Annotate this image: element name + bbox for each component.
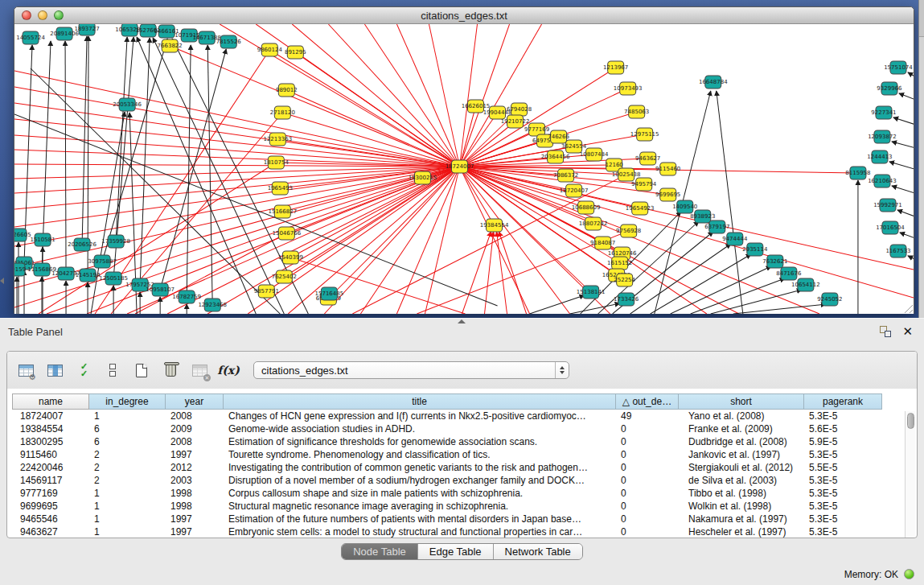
network-node[interactable]: 9756928 (616, 225, 641, 237)
network-node[interactable]: 19654923 (626, 202, 655, 215)
network-node[interactable]: 10688609 (572, 201, 601, 214)
network-node[interactable]: 17359928 (101, 235, 130, 248)
network-node[interactable]: 1810754 (264, 156, 290, 169)
network-node[interactable]: 10807484 (580, 148, 609, 161)
network-node[interactable]: 252254 (614, 274, 635, 286)
network-node[interactable]: 2935114 (742, 243, 768, 256)
network-node[interactable]: 9115460 (655, 163, 680, 175)
network-node[interactable]: 39159 (14, 263, 26, 276)
table-row[interactable]: 1872400712008Changes of HCN gene express… (12, 410, 912, 422)
scrollbar-thumb[interactable] (907, 413, 914, 429)
network-node[interactable]: 891295 (285, 46, 306, 59)
network-node[interactable]: 1965493 (268, 182, 293, 195)
network-node[interactable]: 12975115 (630, 128, 659, 141)
table-selector-dropdown[interactable]: citations_edges.txt (253, 361, 569, 379)
network-node[interactable]: 7485063 (624, 105, 649, 118)
network-node[interactable]: 20364456 (541, 150, 570, 163)
table-row[interactable]: 2242004622012Investigating the contribut… (12, 461, 912, 474)
network-node[interactable]: 16782759 (172, 290, 201, 303)
network-node[interactable]: 14055724 (16, 31, 45, 44)
network-edge (324, 167, 459, 314)
network-node[interactable]: 2526605 (14, 229, 31, 241)
network-node[interactable]: 12213363 (263, 133, 292, 146)
column-header-in_degree[interactable]: in_degree (89, 393, 166, 410)
delete-table-icon[interactable]: ✕ (189, 360, 210, 380)
table-row[interactable]: 1938455462009Genome-wide association stu… (12, 422, 912, 435)
cell-out_degree: 0 (616, 435, 679, 448)
cell-short: Jankovic et al. (1997) (679, 448, 804, 461)
table-row[interactable]: 946554611997Estimation of the future num… (12, 513, 912, 525)
select-all-icon[interactable]: ✓✓ (73, 360, 94, 380)
network-svg[interactable]: 1872400716626015199044486794028192107229… (14, 24, 914, 314)
column-header-short[interactable]: short (679, 393, 804, 410)
network-node[interactable]: 1167533 (885, 245, 910, 257)
cell-out_degree: 0 (616, 422, 679, 435)
network-canvas[interactable]: 1872400716626015199044486794028192107229… (14, 24, 914, 314)
cell-name: 19384554 (12, 422, 89, 435)
svg-text:12975115: 12975115 (630, 131, 659, 138)
splitter-collapse-icon[interactable] (0, 278, 4, 284)
network-node[interactable]: 16648784 (699, 76, 728, 89)
column-header-title[interactable]: title (224, 393, 616, 410)
network-node[interactable]: 12093872 (868, 130, 897, 143)
network-node[interactable]: 1510581 (30, 233, 55, 246)
network-node[interactable]: 12923468 (198, 299, 227, 311)
network-node[interactable]: 9245052 (817, 293, 842, 306)
table-row[interactable]: 977716911998Corpus callosum shape and si… (12, 487, 912, 500)
column-header-name[interactable]: name (12, 393, 89, 410)
float-panel-icon[interactable] (880, 326, 891, 337)
column-header-out_degree[interactable]: △ out_de… (616, 393, 679, 410)
network-node[interactable]: 9699695 (655, 188, 680, 201)
network-node[interactable]: 8115958 (845, 167, 870, 179)
show-columns-icon[interactable] (44, 360, 65, 380)
network-node[interactable]: 15992971 (873, 199, 902, 212)
table-row[interactable]: 911546021997Tourette syndrome. Phenomeno… (12, 448, 912, 461)
tab-network-table[interactable]: Network Table (493, 544, 582, 559)
table-row[interactable]: 969969511998Structural magnetic resonanc… (12, 500, 912, 513)
network-node[interactable]: 16210643 (868, 175, 897, 187)
cell-name: 9115460 (12, 448, 89, 461)
function-builder-icon[interactable]: f(x) (218, 360, 239, 380)
network-node[interactable]: 12505185 (99, 272, 128, 285)
network-node[interactable]: 7625402 (272, 270, 297, 283)
network-node[interactable]: 15046766 (272, 227, 301, 240)
network-node[interactable]: 9227341 (871, 106, 896, 119)
network-node[interactable]: 30975887 (88, 255, 117, 268)
network-node[interactable]: 8471676 (776, 267, 802, 280)
table-row[interactable]: 946362711997Embryonic stem cells: a mode… (12, 525, 912, 538)
network-node[interactable]: 9860124 (257, 43, 283, 56)
network-node[interactable]: 7632621 (762, 255, 787, 268)
table-scrollbar[interactable] (905, 411, 915, 538)
svg-text:18300215: 18300215 (409, 175, 437, 181)
network-node[interactable]: 17016504 (876, 221, 905, 234)
create-column-icon[interactable] (131, 360, 152, 380)
network-node[interactable]: 9463627 (635, 152, 660, 165)
delete-column-icon[interactable] (160, 360, 181, 380)
cell-in_degree: 1 (89, 525, 166, 538)
network-window-titlebar[interactable]: citations_edges.txt (14, 7, 914, 24)
network-window[interactable]: citations_edges.txt 18724007166260151990… (14, 6, 914, 314)
network-node[interactable]: 19384554 (480, 219, 509, 232)
network-node[interactable]: 10654112 (791, 278, 820, 291)
network-node[interactable]: 9329966 (877, 82, 902, 95)
tab-edge-table[interactable]: Edge Table (417, 544, 493, 559)
clear-selection-icon[interactable] (102, 360, 123, 380)
network-node[interactable]: 15751074 (884, 61, 913, 74)
cell-out_degree: 0 (616, 461, 679, 474)
network-node[interactable]: 7663822 (158, 39, 183, 52)
table-mode-icon[interactable]: ⚙ (15, 360, 36, 380)
svg-text:15166827: 15166827 (268, 208, 297, 215)
network-node[interactable]: 1213967 (603, 61, 628, 74)
network-node[interactable]: 2718120 (270, 106, 295, 119)
network-node[interactable]: 1244413 (867, 150, 892, 163)
table-row[interactable]: 1456911722003Disruption of a novel membe… (12, 474, 912, 487)
column-header-year[interactable]: year (166, 393, 224, 410)
network-node[interactable]: 9495794 (631, 178, 657, 191)
network-node[interactable]: 989012 (276, 84, 298, 97)
network-node[interactable]: 15166827 (268, 205, 297, 218)
close-panel-icon[interactable]: ✕ (902, 326, 913, 337)
network-node[interactable]: 1409540 (672, 200, 697, 213)
column-header-pagerank[interactable]: pagerank (804, 393, 882, 410)
table-row[interactable]: 1830029562008Estimation of significance … (12, 435, 912, 448)
tab-node-table[interactable]: Node Table (342, 544, 417, 559)
